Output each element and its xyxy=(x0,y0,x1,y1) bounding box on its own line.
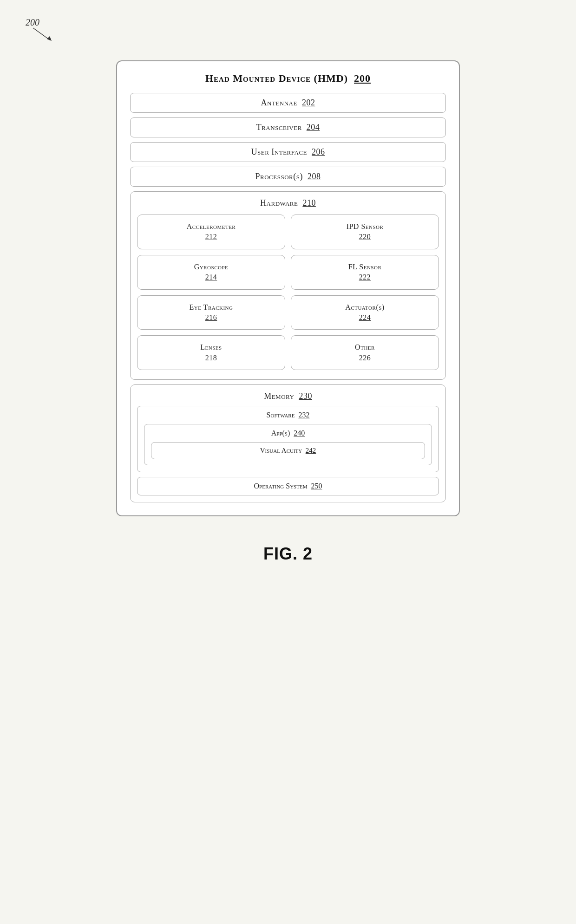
gyroscope-ref: 214 xyxy=(142,272,280,282)
gyroscope-label: Gyroscope xyxy=(194,263,229,271)
ipd-sensor-label: IPD Sensor xyxy=(347,222,384,230)
gyroscope-box: Gyroscope 214 xyxy=(137,255,285,290)
processor-label: Processor(s) xyxy=(255,172,303,181)
antennae-ref: 202 xyxy=(302,98,315,107)
user-interface-box: User Interface 206 xyxy=(130,142,446,162)
transceiver-ref: 204 xyxy=(307,123,320,132)
svg-line-0 xyxy=(33,28,50,40)
ipd-sensor-ref: 220 xyxy=(296,232,434,242)
lenses-box: Lenses 218 xyxy=(137,335,285,370)
transceiver-box: Transceiver 204 xyxy=(130,117,446,137)
visual-acuity-label: Visual Acuity xyxy=(260,447,302,454)
ipd-sensor-box: IPD Sensor 220 xyxy=(291,215,439,249)
user-interface-label: User Interface xyxy=(251,147,307,156)
visual-acuity-box: Visual Acuity 242 xyxy=(151,442,425,459)
accelerometer-ref: 212 xyxy=(142,232,280,242)
main-title-ref: 200 xyxy=(354,72,371,84)
fl-sensor-ref: 222 xyxy=(296,272,434,282)
software-label: Software xyxy=(267,411,295,419)
transceiver-label: Transceiver xyxy=(256,123,302,132)
actuator-ref: 224 xyxy=(296,312,434,323)
eye-tracking-label: Eye Tracking xyxy=(189,303,233,311)
accelerometer-box: Accelerometer 212 xyxy=(137,215,285,249)
hardware-container: Hardware 210 Accelerometer 212 IPD Senso… xyxy=(130,191,446,380)
other-ref: 226 xyxy=(296,353,434,363)
hardware-ref: 210 xyxy=(302,198,316,208)
diagram-arrow xyxy=(32,27,52,42)
apps-ref: 240 xyxy=(294,429,305,437)
os-label: Operating System xyxy=(254,482,308,490)
apps-label: App(s) xyxy=(271,429,290,437)
other-box: Other 226 xyxy=(291,335,439,370)
diagram-number: 200 xyxy=(26,18,39,27)
accelerometer-label: Accelerometer xyxy=(187,222,236,230)
actuator-box: Actuator(s) 224 xyxy=(291,295,439,330)
hardware-grid: Accelerometer 212 IPD Sensor 220 Gyrosco… xyxy=(137,215,439,370)
user-interface-ref: 206 xyxy=(312,147,325,156)
memory-ref: 230 xyxy=(299,391,312,401)
main-title-text: Head Mounted Device (HMD) xyxy=(205,72,348,84)
processor-ref: 208 xyxy=(308,172,321,181)
processor-box: Processor(s) 208 xyxy=(130,167,446,187)
visual-acuity-ref: 242 xyxy=(306,447,316,454)
antennae-label: Antennae xyxy=(261,98,297,107)
software-title: Software 232 xyxy=(144,411,432,419)
other-label: Other xyxy=(355,343,375,351)
eye-tracking-ref: 216 xyxy=(142,312,280,323)
os-box: Operating System 250 xyxy=(137,477,439,495)
main-diagram: Head Mounted Device (HMD) 200 Antennae 2… xyxy=(116,60,460,516)
antennae-box: Antennae 202 xyxy=(130,93,446,113)
fig-label: FIG. 2 xyxy=(263,544,313,564)
memory-title: Memory 230 xyxy=(137,391,439,401)
eye-tracking-box: Eye Tracking 216 xyxy=(137,295,285,330)
software-ref: 232 xyxy=(298,411,309,419)
lenses-ref: 218 xyxy=(142,353,280,363)
lenses-label: Lenses xyxy=(200,343,222,351)
hardware-title: Hardware 210 xyxy=(137,198,439,208)
memory-container: Memory 230 Software 232 App(s) 240 Visua… xyxy=(130,384,446,502)
apps-container: App(s) 240 Visual Acuity 242 xyxy=(144,424,432,465)
os-ref: 250 xyxy=(311,482,322,490)
svg-marker-1 xyxy=(47,36,52,41)
main-title: Head Mounted Device (HMD) 200 xyxy=(130,72,446,85)
diagram-label: 200 xyxy=(26,18,52,42)
software-container: Software 232 App(s) 240 Visual Acuity 24… xyxy=(137,406,439,472)
hardware-label: Hardware xyxy=(260,198,298,208)
fl-sensor-box: FL Sensor 222 xyxy=(291,255,439,290)
apps-title: App(s) 240 xyxy=(151,429,425,437)
memory-label: Memory xyxy=(264,391,294,401)
actuator-label: Actuator(s) xyxy=(345,303,384,311)
fl-sensor-label: FL Sensor xyxy=(348,263,382,271)
